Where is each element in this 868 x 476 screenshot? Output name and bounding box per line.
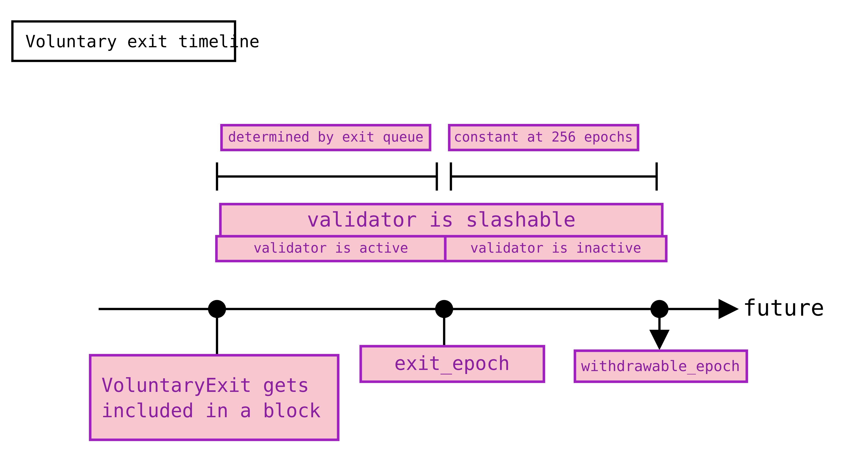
event-included-line1: VoluntaryExit gets — [101, 374, 309, 396]
timeline-axis: future — [98, 295, 824, 321]
interval-label-left-text: determined by exit queue — [228, 129, 423, 145]
band-slashable-text: validator is slashable — [307, 208, 576, 231]
band-active-text: validator is active — [254, 240, 408, 256]
interval-bracket-right — [451, 162, 657, 190]
band-inactive: validator is inactive — [445, 236, 666, 261]
interval-label-left: determined by exit queue — [221, 125, 430, 150]
future-label: future — [743, 295, 824, 321]
event-included-line2: included in a block — [101, 399, 321, 422]
band-slashable: validator is slashable — [220, 204, 662, 236]
svg-rect-13 — [90, 355, 338, 440]
event-included: VoluntaryExit gets included in a block — [90, 355, 338, 440]
interval-label-right: constant at 256 epochs — [449, 125, 638, 150]
event-exit-epoch-text: exit_epoch — [395, 352, 510, 375]
band-inactive-text: validator is inactive — [470, 240, 641, 256]
event-withdrawable: withdrawable_epoch — [575, 351, 747, 382]
interval-label-right-text: constant at 256 epochs — [454, 129, 633, 145]
band-active: validator is active — [217, 236, 445, 261]
diagram-title: Voluntary exit timeline — [25, 32, 259, 51]
diagram-title-box: Voluntary exit timeline — [12, 22, 259, 61]
event-exit-epoch: exit_epoch — [361, 346, 544, 382]
interval-bracket-left — [217, 162, 437, 190]
event-withdrawable-text: withdrawable_epoch — [581, 358, 740, 375]
